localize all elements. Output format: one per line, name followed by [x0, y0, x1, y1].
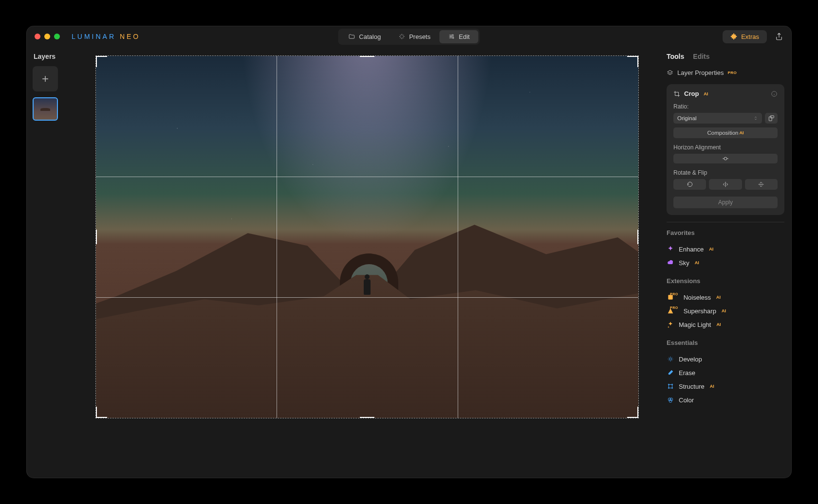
catalog-tab[interactable]: Catalog — [339, 30, 390, 43]
crop-panel: Crop AI Ratio: Original Composition — [667, 84, 784, 215]
crop-handle-bottom[interactable] — [360, 417, 374, 418]
rotate-button[interactable] — [673, 179, 706, 190]
extensions-heading: Extensions — [667, 277, 784, 285]
minimize-window-button[interactable] — [44, 34, 50, 39]
tool-label: Sky — [679, 259, 689, 267]
svg-point-0 — [452, 35, 453, 36]
tool-label: Supersharp — [684, 307, 716, 315]
tool-label: Develop — [679, 356, 702, 363]
ai-badge: AI — [716, 295, 721, 300]
ai-badge: AI — [722, 308, 726, 313]
ai-badge: AI — [710, 384, 714, 389]
svg-point-14 — [670, 398, 673, 401]
flip-vertical-button[interactable] — [745, 179, 778, 190]
extras-button[interactable]: Extras — [723, 30, 767, 43]
layers-sidebar: Layers + — [27, 47, 76, 478]
magic-light-icon — [667, 321, 674, 328]
folder-icon — [348, 33, 355, 40]
svg-point-6 — [724, 157, 727, 160]
tool-label: Enhance — [679, 246, 704, 253]
canvas-area — [76, 47, 665, 478]
puzzle-icon — [730, 33, 737, 40]
ratio-select[interactable]: Original — [673, 113, 762, 124]
ai-badge: AI — [695, 260, 699, 265]
swap-orientation-button[interactable] — [765, 113, 778, 124]
grid-line — [96, 297, 638, 298]
crop-handle-left[interactable] — [95, 230, 97, 244]
horizon-slider[interactable] — [673, 154, 778, 163]
maximize-window-button[interactable] — [54, 34, 60, 39]
add-layer-button[interactable]: + — [33, 66, 58, 91]
tab-edits[interactable]: Edits — [693, 53, 709, 60]
ai-badge: AI — [704, 91, 708, 96]
rotate-icon — [687, 181, 693, 188]
pro-badge: PRO — [727, 71, 737, 75]
tool-erase[interactable]: Erase — [667, 366, 784, 379]
tool-color[interactable]: Color — [667, 393, 784, 407]
crop-canvas[interactable] — [95, 55, 639, 418]
tool-label: Magic Light — [679, 321, 711, 328]
composition-label: Composition — [707, 130, 739, 136]
logo-text-2: NEO — [120, 33, 140, 40]
crop-panel-header[interactable]: Crop AI — [673, 90, 778, 97]
ratio-value: Original — [677, 115, 697, 121]
rotate-flip-label: Rotate & Flip — [673, 169, 778, 176]
app-logo: LUMINAR NEO — [72, 33, 140, 40]
cloud-icon — [667, 259, 674, 267]
grid-line — [458, 56, 458, 418]
tool-develop[interactable]: Develop — [667, 352, 784, 366]
ai-badge: AI — [709, 247, 713, 252]
favorites-heading: Favorites — [667, 229, 784, 236]
layer-properties-label: Layer Properties — [677, 69, 724, 76]
edit-tab[interactable]: Edit — [439, 30, 478, 43]
svg-rect-7 — [668, 295, 672, 299]
sidebar-tabs: Tools Edits — [667, 53, 784, 60]
crop-handle-top-left[interactable] — [95, 55, 97, 67]
layers-title: Layers — [33, 53, 76, 60]
layer-properties-button[interactable]: Layer Properties PRO — [667, 67, 784, 84]
layer-thumbnail[interactable] — [33, 97, 58, 121]
tool-label: Structure — [679, 383, 705, 390]
composition-button[interactable]: Composition AI — [673, 127, 778, 138]
sliders-icon — [448, 33, 455, 40]
crop-handle-bottom-right[interactable] — [637, 407, 639, 418]
tool-label: Erase — [679, 369, 695, 377]
tool-label: Color — [679, 396, 694, 404]
enhance-icon — [667, 245, 674, 253]
tool-supersharp[interactable]: PRO Supersharp AI — [667, 304, 784, 318]
close-window-button[interactable] — [35, 34, 40, 39]
tool-noiseless[interactable]: PRO Noiseless AI — [667, 290, 784, 304]
structure-icon — [667, 382, 674, 390]
grid-line — [96, 177, 638, 177]
crop-handle-top-left[interactable] — [95, 55, 107, 57]
window-controls — [35, 34, 60, 39]
chevron-up-down-icon — [753, 116, 758, 121]
crop-handle-top[interactable] — [360, 55, 374, 57]
sparkle-icon — [398, 33, 405, 40]
presets-tab[interactable]: Presets — [390, 30, 439, 43]
apply-button[interactable]: Apply — [673, 197, 778, 208]
pro-badge: PRO — [670, 306, 678, 309]
tool-enhance[interactable]: Enhance AI — [667, 242, 784, 256]
tool-sky[interactable]: Sky AI — [667, 256, 784, 270]
photo-preview-person — [364, 274, 371, 295]
info-icon[interactable] — [771, 90, 778, 97]
catalog-tab-label: Catalog — [359, 33, 381, 40]
flip-v-icon — [758, 181, 764, 188]
crop-handle-bottom-left[interactable] — [95, 407, 97, 418]
crop-handle-bottom-left[interactable] — [95, 417, 107, 418]
develop-icon — [667, 355, 674, 363]
crop-handle-right[interactable] — [637, 230, 639, 244]
grid-line — [277, 56, 277, 418]
tool-magic-light[interactable]: Magic Light AI — [667, 318, 784, 331]
share-icon[interactable] — [775, 32, 783, 41]
flip-horizontal-button[interactable] — [709, 179, 742, 190]
edit-tab-label: Edit — [459, 33, 469, 40]
tool-structure[interactable]: Structure AI — [667, 379, 784, 393]
svg-point-1 — [450, 36, 451, 37]
svg-point-9 — [668, 384, 669, 385]
layers-icon — [667, 70, 673, 76]
crop-title: Crop — [684, 90, 699, 97]
crop-handle-top-right[interactable] — [637, 55, 639, 67]
tab-tools[interactable]: Tools — [667, 53, 684, 60]
